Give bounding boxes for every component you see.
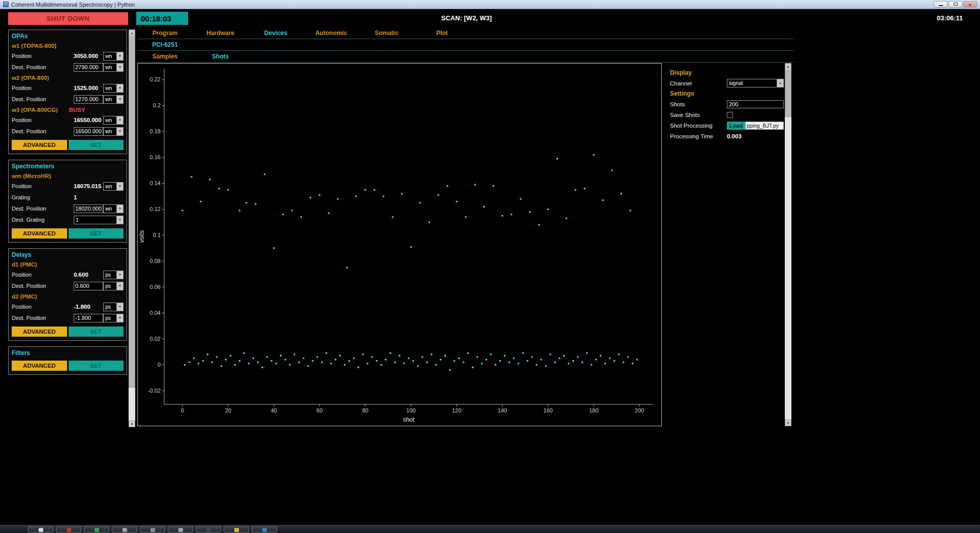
shots-input[interactable] (727, 100, 784, 108)
data-point (198, 363, 200, 365)
d1-dest-units-dropdown[interactable]: ps ▼ (103, 282, 124, 290)
delays-advanced-button[interactable]: ADVANCED (12, 327, 67, 337)
wm-dest-row: Dest. Position wn ▼ (12, 203, 124, 214)
channel-dropdown[interactable]: signal ▼ (727, 79, 784, 87)
wm-position-units-dropdown[interactable]: wn ▼ (103, 182, 124, 191)
tab-samples[interactable]: Samples (137, 53, 193, 60)
chevron-down-icon[interactable]: ▼ (116, 52, 123, 60)
tab-autonomic[interactable]: Autonomic (303, 29, 359, 37)
w3-dest-units-dropdown[interactable]: wn ▼ (103, 127, 124, 136)
taskbar-item-app-green[interactable] (84, 526, 109, 533)
tab-somatic[interactable]: Somatic (359, 29, 414, 37)
svg-text:0.04: 0.04 (150, 310, 161, 316)
w3-position-units-dropdown[interactable]: wn ▼ (103, 116, 124, 125)
chevron-down-icon[interactable]: ▼ (116, 271, 123, 279)
chevron-down-icon[interactable]: ▼ (116, 128, 123, 135)
wm-dest-position-input[interactable] (74, 204, 103, 213)
w1-dest-position-input[interactable] (74, 63, 103, 72)
tab-plot[interactable]: Plot (414, 29, 470, 37)
tab-program[interactable]: Program (137, 29, 193, 37)
taskbar-item-app-dark[interactable] (196, 526, 221, 533)
scrollbar-track[interactable] (129, 36, 135, 421)
wm-position-units-value: wn (104, 183, 116, 190)
wm-dest-grating-dropdown[interactable]: 1 ▼ (74, 216, 124, 224)
maximize-button[interactable] (948, 1, 962, 8)
chevron-down-icon[interactable]: ▼ (116, 64, 123, 71)
scroll-down-icon[interactable]: ▼ (129, 421, 135, 427)
taskbar-item-browser[interactable] (252, 526, 277, 533)
maximize-icon (954, 3, 958, 6)
chevron-down-icon[interactable]: ▼ (116, 314, 123, 322)
taskbar-item-app-gray-3[interactable] (168, 526, 193, 533)
tab-shots[interactable]: Shots (193, 53, 248, 60)
delays-set-button[interactable]: SET (69, 327, 124, 337)
shutdown-button[interactable]: SHUT DOWN (8, 12, 128, 25)
w1-dest-units-dropdown[interactable]: wn ▼ (103, 63, 124, 72)
data-point (444, 355, 446, 357)
tab-devices[interactable]: Devices (248, 29, 303, 37)
w1-position-units-dropdown[interactable]: wn ▼ (103, 52, 124, 61)
taskbar-item-app-gray-1[interactable] (112, 526, 137, 533)
d1-position-units-dropdown[interactable]: ps ▼ (103, 271, 124, 279)
d2-dest-position-input[interactable] (74, 314, 103, 322)
w2-position-units-dropdown[interactable]: wn ▼ (103, 84, 124, 93)
filters-set-button[interactable]: SET (69, 361, 124, 371)
top-control-bar: SHUT DOWN 00:18:03 SCAN: [W2, W3] 03:06:… (0, 9, 980, 27)
chevron-down-icon[interactable]: ▼ (116, 303, 123, 311)
main-area: OPAs w1 (TOPAS-800) Position 3050.000 wn… (0, 27, 980, 525)
filters-advanced-button[interactable]: ADVANCED (12, 361, 67, 371)
data-point (474, 184, 476, 186)
tab-pci-6251[interactable]: PCI-6251 (137, 41, 193, 48)
sidebar-scrollbar[interactable]: ▲ ▼ (129, 29, 135, 427)
d1-position-row: Position 0.600 ps ▼ (12, 269, 124, 280)
scroll-up-icon[interactable]: ▲ (785, 63, 791, 70)
w3-dest-position-input[interactable] (74, 127, 103, 136)
w2-dest-units-dropdown[interactable]: wn ▼ (103, 95, 124, 104)
taskbar-item-app-red[interactable] (56, 526, 81, 533)
taskbar-item-folder[interactable] (224, 526, 249, 533)
scrollbar-track[interactable] (785, 70, 791, 420)
tab-hardware[interactable]: Hardware (193, 29, 248, 37)
w2-dest-position-input[interactable] (74, 95, 103, 104)
shots-scatter-plot[interactable]: -0.0200.020.040.060.080.10.120.140.160.1… (138, 64, 661, 426)
chevron-down-icon[interactable]: ▼ (116, 96, 123, 103)
scrollbar-thumb[interactable] (785, 70, 791, 117)
opas-advanced-button[interactable]: ADVANCED (12, 140, 67, 150)
scroll-down-icon[interactable]: ▼ (785, 420, 791, 426)
minimize-button[interactable] (934, 1, 947, 8)
chevron-down-icon[interactable]: ▼ (116, 183, 123, 190)
load-button[interactable]: Load (727, 122, 745, 130)
scrollbar-thumb[interactable] (129, 37, 135, 388)
taskbar-item-window-preview[interactable] (28, 526, 53, 533)
d2-position-units-dropdown[interactable]: ps ▼ (103, 303, 124, 311)
taskbar-item-app-gray-2[interactable] (140, 526, 165, 533)
chevron-down-icon[interactable]: ▼ (116, 216, 123, 224)
spectrometers-advanced-button[interactable]: ADVANCED (12, 228, 67, 239)
data-point (371, 356, 373, 358)
settings-scrollbar[interactable]: ▲ ▼ (785, 63, 791, 426)
d1-dest-label: Dest. Position (12, 283, 74, 289)
chevron-down-icon[interactable]: ▼ (116, 282, 123, 290)
chevron-down-icon[interactable]: ▼ (116, 116, 123, 124)
close-button[interactable]: × (963, 1, 977, 8)
data-point (330, 363, 332, 365)
data-point (410, 246, 412, 248)
d1-dest-position-input[interactable] (74, 282, 103, 290)
spectrometers-set-button[interactable]: SET (69, 228, 124, 239)
chevron-down-icon[interactable]: ▼ (116, 205, 123, 213)
w1-dest-units-value: wn (104, 64, 116, 71)
save-shots-checkbox[interactable] (727, 112, 733, 118)
shots-plot[interactable]: -0.0200.020.040.060.080.10.120.140.160.1… (137, 63, 662, 426)
data-point (243, 352, 246, 354)
scroll-up-icon[interactable]: ▲ (129, 29, 135, 36)
wm-grating-label: Grating (12, 194, 74, 200)
data-point (495, 364, 497, 366)
shot-processing-file[interactable]: pping_BJT.py (745, 122, 784, 130)
chevron-down-icon[interactable]: ▼ (116, 84, 123, 92)
d2-dest-units-dropdown[interactable]: ps ▼ (103, 314, 124, 322)
taskbar[interactable] (0, 525, 980, 533)
opas-set-button[interactable]: SET (69, 140, 124, 150)
data-point (209, 179, 211, 181)
chevron-down-icon[interactable]: ▼ (777, 79, 783, 87)
wm-dest-units-dropdown[interactable]: wn ▼ (103, 204, 124, 213)
